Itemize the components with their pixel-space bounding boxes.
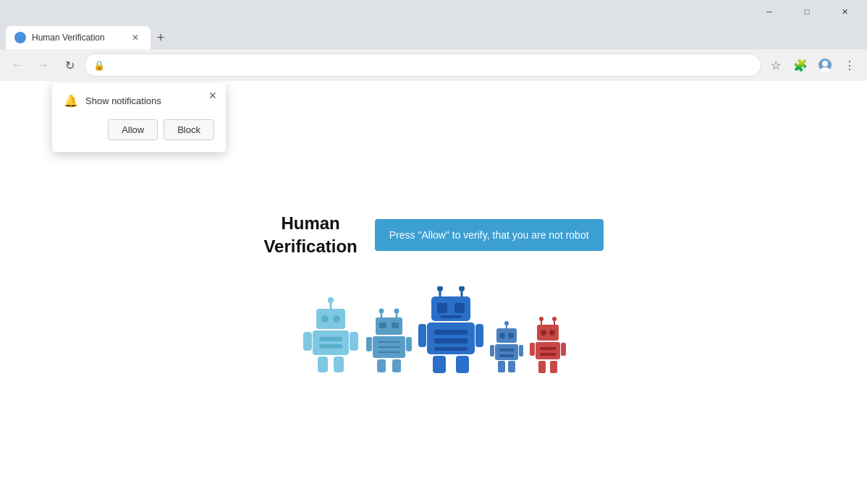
- svg-rect-12: [350, 332, 358, 351]
- block-button[interactable]: Block: [164, 119, 214, 140]
- svg-point-61: [552, 317, 557, 321]
- robot-2: [365, 308, 413, 373]
- window-controls: ─ □ ✕: [753, 0, 861, 23]
- svg-rect-55: [519, 345, 523, 356]
- bookmark-button[interactable]: ☆: [764, 54, 787, 77]
- verification-title: Human Verification: [263, 212, 357, 257]
- svg-point-59: [539, 317, 544, 321]
- svg-rect-71: [550, 361, 557, 373]
- svg-rect-29: [392, 359, 401, 372]
- svg-rect-13: [318, 356, 328, 372]
- robots-section: [302, 286, 566, 373]
- new-tab-button[interactable]: +: [151, 27, 171, 48]
- svg-point-33: [459, 286, 465, 291]
- toolbar-right: ☆ 🧩 ⋮: [764, 54, 861, 77]
- svg-point-16: [378, 308, 384, 313]
- svg-point-49: [499, 333, 505, 338]
- svg-point-7: [333, 315, 340, 323]
- svg-point-50: [508, 333, 514, 338]
- allow-button[interactable]: Allow: [108, 119, 158, 140]
- tab-bar: Human Verification ✕ +: [0, 23, 867, 49]
- svg-point-18: [394, 308, 399, 313]
- svg-rect-65: [536, 342, 560, 359]
- browser-frame: ─ □ ✕ Human Verification ✕ + ← →: [0, 0, 867, 504]
- profile-button[interactable]: [813, 54, 837, 77]
- svg-rect-20: [379, 323, 386, 328]
- svg-point-63: [541, 330, 546, 336]
- svg-rect-40: [434, 338, 468, 343]
- svg-point-6: [321, 315, 329, 323]
- svg-rect-26: [366, 337, 372, 351]
- svg-rect-42: [418, 324, 426, 347]
- svg-rect-66: [540, 347, 556, 350]
- robot-4: [489, 321, 524, 373]
- popup-message: Show notifications: [85, 95, 161, 106]
- robot-3: [418, 286, 483, 373]
- notification-popup: ✕ 🔔 Show notifications Allow Block: [52, 82, 226, 152]
- title-bar: ─ □ ✕: [0, 0, 867, 23]
- back-button[interactable]: ←: [6, 54, 29, 77]
- svg-rect-45: [456, 356, 469, 373]
- lock-icon: 🔒: [93, 60, 105, 71]
- profile-icon: [818, 58, 832, 72]
- close-button[interactable]: ✕: [828, 0, 861, 23]
- svg-rect-5: [316, 309, 345, 329]
- svg-rect-10: [319, 344, 342, 349]
- extensions-button[interactable]: 🧩: [789, 54, 812, 77]
- svg-rect-39: [434, 330, 468, 335]
- svg-rect-14: [334, 356, 344, 372]
- tab-favicon: [14, 32, 26, 43]
- svg-rect-8: [313, 330, 349, 355]
- refresh-button[interactable]: ↻: [58, 54, 81, 77]
- menu-button[interactable]: ⋮: [838, 54, 861, 77]
- svg-rect-52: [499, 349, 514, 351]
- forward-button[interactable]: →: [32, 54, 55, 77]
- svg-rect-51: [495, 344, 518, 360]
- svg-rect-54: [490, 345, 494, 356]
- popup-buttons: Allow Block: [64, 119, 214, 140]
- svg-rect-27: [406, 337, 412, 351]
- svg-rect-28: [377, 359, 386, 372]
- address-bar: ← → ↻ 🔒 ☆ 🧩 ⋮: [0, 49, 867, 81]
- svg-rect-67: [540, 353, 556, 356]
- page-content: ✕ 🔔 Show notifications Allow Block Human…: [0, 81, 867, 504]
- svg-rect-21: [392, 323, 399, 328]
- verification-section: Human Verification Press "Allow" to veri…: [263, 212, 603, 257]
- svg-rect-57: [508, 361, 515, 372]
- svg-rect-62: [537, 325, 559, 341]
- svg-rect-68: [530, 343, 535, 356]
- svg-rect-56: [498, 361, 505, 372]
- address-input[interactable]: [111, 60, 752, 71]
- svg-rect-37: [440, 315, 462, 318]
- robot-5: [530, 317, 566, 373]
- svg-point-64: [549, 330, 555, 336]
- robot-1: [302, 297, 360, 373]
- popup-content: 🔔 Show notifications: [64, 94, 214, 108]
- bell-icon: 🔔: [64, 94, 78, 108]
- svg-point-47: [504, 321, 509, 325]
- svg-point-31: [437, 286, 443, 291]
- svg-rect-11: [303, 332, 312, 351]
- svg-rect-36: [454, 303, 465, 313]
- svg-rect-44: [433, 356, 446, 373]
- svg-rect-69: [561, 343, 566, 356]
- svg-rect-9: [319, 337, 342, 341]
- tab-close-button[interactable]: ✕: [129, 31, 142, 44]
- active-tab[interactable]: Human Verification ✕: [6, 26, 151, 49]
- svg-rect-35: [437, 303, 447, 313]
- svg-point-1: [822, 61, 828, 67]
- tab-title: Human Verification: [32, 33, 123, 43]
- svg-rect-53: [499, 354, 514, 357]
- svg-point-4: [328, 297, 334, 303]
- verify-button[interactable]: Press "Allow" to verify, that you are no…: [375, 219, 604, 251]
- svg-rect-41: [434, 347, 468, 351]
- maximize-button[interactable]: □: [790, 0, 824, 23]
- svg-rect-70: [538, 361, 546, 373]
- address-bar-input-wrap[interactable]: 🔒: [84, 54, 761, 77]
- svg-rect-43: [475, 324, 483, 347]
- minimize-button[interactable]: ─: [753, 0, 786, 23]
- popup-close-button[interactable]: ✕: [206, 88, 220, 103]
